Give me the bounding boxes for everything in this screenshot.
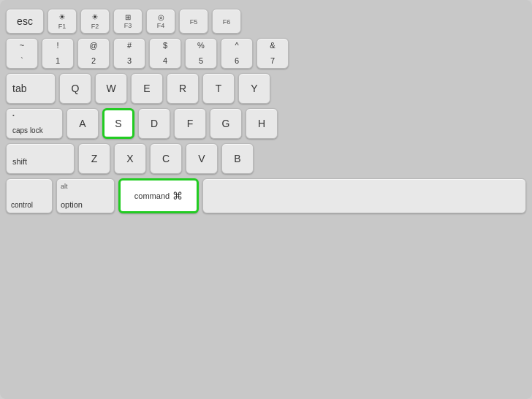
key-q-label: Q xyxy=(72,83,80,95)
keyboard: esc ☀ F1 ☀ F2 ⊞ F3 ◎ F4 F5 F6 ~ ` xyxy=(0,0,532,399)
key-e[interactable]: E xyxy=(131,73,163,104)
key-3[interactable]: # 3 xyxy=(113,38,145,69)
key-t[interactable]: T xyxy=(202,73,235,104)
key-command-symbol: ⌘ xyxy=(172,190,183,202)
key-f[interactable]: F xyxy=(174,108,206,139)
key-a[interactable]: A xyxy=(66,108,99,139)
key-f1[interactable]: ☀ F1 xyxy=(48,9,77,34)
key-f3-icon: ⊞ xyxy=(125,13,131,21)
key-tab-label: tab xyxy=(12,83,26,95)
bottom-row: control alt option command ⌘ xyxy=(6,178,526,213)
key-f5[interactable]: F5 xyxy=(179,9,208,34)
key-d-label: D xyxy=(151,118,158,130)
key-f4-label: F4 xyxy=(157,22,165,29)
key-f-label: F xyxy=(187,118,194,130)
key-4[interactable]: $ 4 xyxy=(149,38,181,69)
key-f6-label: F6 xyxy=(223,18,231,26)
key-tab[interactable]: tab xyxy=(6,73,56,104)
key-f6[interactable]: F6 xyxy=(212,9,241,34)
key-b[interactable]: B xyxy=(221,143,254,174)
key-f1-icon: ☀ xyxy=(58,12,66,22)
key-1[interactable]: ! 1 xyxy=(42,38,74,69)
key-z[interactable]: Z xyxy=(78,143,110,174)
key-q[interactable]: Q xyxy=(59,73,91,104)
key-s[interactable]: S xyxy=(102,108,134,139)
key-d[interactable]: D xyxy=(138,108,170,139)
key-esc[interactable]: esc xyxy=(6,9,44,34)
key-t-label: T xyxy=(216,83,222,95)
key-option[interactable]: alt option xyxy=(56,178,115,213)
key-option-label: option xyxy=(61,200,83,209)
key-g-label: G xyxy=(222,118,230,130)
key-shift[interactable]: shift xyxy=(6,143,75,174)
key-r-label: R xyxy=(179,83,186,95)
key-s-label: S xyxy=(115,118,121,130)
key-f4[interactable]: ◎ F4 xyxy=(146,9,175,34)
key-f2[interactable]: ☀ F2 xyxy=(80,9,110,34)
key-5[interactable]: % 5 xyxy=(185,38,217,69)
key-e-label: E xyxy=(143,83,150,95)
key-a-label: A xyxy=(79,118,86,130)
key-f2-icon: ☀ xyxy=(91,12,99,22)
key-2[interactable]: @ 2 xyxy=(77,38,110,69)
key-v-label: V xyxy=(198,153,205,165)
key-7[interactable]: & 7 xyxy=(256,38,289,69)
key-6[interactable]: ^ 6 xyxy=(221,38,253,69)
key-x-label: X xyxy=(126,153,133,165)
key-z-label: Z xyxy=(91,153,98,165)
key-c-label: C xyxy=(162,153,170,165)
key-command[interactable]: command ⌘ xyxy=(118,178,199,213)
key-w[interactable]: W xyxy=(95,73,127,104)
key-caps-lock[interactable]: • caps lock xyxy=(6,108,63,139)
asdf-row: • caps lock A S D F G H xyxy=(6,108,526,139)
fn-row: esc ☀ F1 ☀ F2 ⊞ F3 ◎ F4 F5 F6 xyxy=(6,9,526,34)
key-f3-label: F3 xyxy=(124,22,132,29)
key-v[interactable]: V xyxy=(186,143,218,174)
key-control-label: control xyxy=(11,201,33,209)
key-tilde[interactable]: ~ ` xyxy=(6,38,38,69)
key-b-label: B xyxy=(234,153,240,165)
key-f3[interactable]: ⊞ F3 xyxy=(113,9,142,34)
key-f5-label: F5 xyxy=(190,18,198,26)
key-r[interactable]: R xyxy=(167,73,199,104)
key-f4-icon: ◎ xyxy=(158,13,164,21)
qwerty-row: tab Q W E R T Y xyxy=(6,73,526,104)
key-option-alt-label: alt xyxy=(61,183,68,190)
key-esc-label: esc xyxy=(17,15,33,28)
key-c[interactable]: C xyxy=(150,143,182,174)
key-h[interactable]: H xyxy=(246,108,278,139)
key-f1-label: F1 xyxy=(58,23,66,30)
key-g[interactable]: G xyxy=(210,108,242,139)
key-shift-label: shift xyxy=(12,157,27,166)
key-y-label: Y xyxy=(251,83,257,95)
key-control[interactable]: control xyxy=(6,178,53,213)
key-f2-label: F2 xyxy=(91,23,99,30)
key-h-label: H xyxy=(258,118,265,130)
number-row: ~ ` ! 1 @ 2 # 3 $ 4 % 5 ^ 6 & 7 xyxy=(6,38,526,69)
key-x[interactable]: X xyxy=(114,143,146,174)
key-caps-label: caps lock xyxy=(12,126,43,134)
key-command-label: command xyxy=(134,191,170,200)
zxcv-row: shift Z X C V B xyxy=(6,143,526,174)
key-space[interactable] xyxy=(202,178,526,213)
key-w-label: W xyxy=(106,83,115,95)
key-y[interactable]: Y xyxy=(238,73,270,104)
key-caps-dot: • xyxy=(12,112,15,118)
